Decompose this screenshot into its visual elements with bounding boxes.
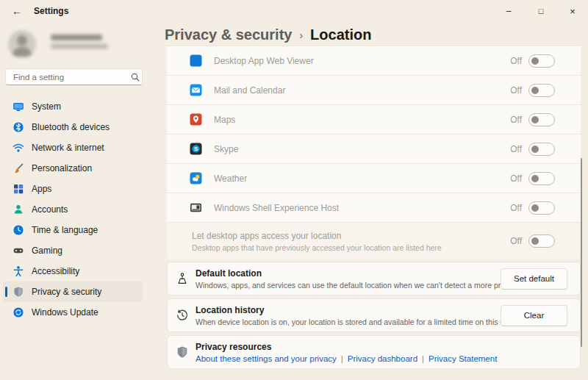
sidebar-nav: System Bluetooth & devices Network & int…: [3, 96, 143, 323]
sidebar-item-personalization[interactable]: Personalization: [3, 158, 143, 179]
set-default-button[interactable]: Set default: [501, 268, 567, 290]
clock-icon: [12, 224, 24, 236]
sidebar: System Bluetooth & devices Network & int…: [0, 22, 154, 380]
sidebar-item-privacy-security[interactable]: Privacy & security: [3, 282, 143, 302]
sidebar-item-label: System: [32, 101, 61, 112]
sidebar-item-accounts[interactable]: Accounts: [3, 199, 143, 220]
app-name: Mail and Calendar: [214, 85, 285, 96]
sidebar-item-gaming[interactable]: Gaming: [3, 240, 143, 261]
default-location-card: Default location Windows, apps, and serv…: [167, 262, 581, 295]
windows-shell-icon: [190, 201, 202, 214]
toggle-knob: [531, 87, 539, 94]
sidebar-item-windows-update[interactable]: Windows Update: [3, 302, 143, 323]
sidebar-item-label: Bluetooth & devices: [32, 122, 110, 132]
toggle-switch[interactable]: [528, 172, 555, 185]
avatar: [8, 30, 36, 58]
close-button[interactable]: ×: [557, 0, 588, 22]
window-controls: – □ ×: [492, 0, 588, 22]
location-history-card: Location history When device location is…: [167, 298, 581, 332]
sidebar-item-label: Windows Update: [32, 307, 98, 318]
sidebar-item-bluetooth-devices[interactable]: Bluetooth & devices: [3, 117, 143, 137]
toggle-switch[interactable]: [528, 201, 555, 215]
toggle-state-label: Off: [510, 56, 522, 66]
link-privacy-statement[interactable]: Privacy Statement: [429, 354, 497, 363]
apps-icon: [12, 183, 24, 195]
toggle-knob: [531, 237, 539, 245]
system-icon: [12, 101, 24, 112]
toggle-switch[interactable]: [528, 54, 555, 68]
app-row-weather: Weather Off: [167, 164, 581, 193]
toggle-state-label: Off: [510, 115, 522, 125]
app-name: Skype: [214, 144, 238, 154]
sidebar-item-apps[interactable]: Apps: [3, 179, 143, 199]
back-button[interactable]: ←: [6, 3, 28, 19]
shield-icon: [12, 286, 24, 298]
breadcrumb: Privacy & security › Location: [165, 26, 371, 43]
update-icon: [12, 306, 24, 318]
breadcrumb-parent[interactable]: Privacy & security: [165, 26, 292, 43]
app-row-maps: Maps Off: [167, 105, 581, 135]
minimize-button[interactable]: –: [492, 0, 525, 22]
game-controller-icon: [12, 245, 24, 257]
card-title: Default location: [196, 268, 548, 279]
toggle-knob: [531, 146, 539, 153]
location-history-icon: [176, 309, 189, 322]
app-row-skype: S Skype Off: [167, 135, 581, 164]
sidebar-item-label: Accounts: [32, 204, 68, 215]
titlebar: ← Settings – □ ×: [0, 0, 588, 22]
setting-description: Desktop apps that have previously access…: [192, 243, 442, 252]
brush-icon: [12, 162, 24, 174]
app-name: Maps: [214, 115, 235, 125]
toggle-switch[interactable]: [528, 234, 555, 248]
sidebar-item-label: Apps: [32, 184, 51, 194]
sidebar-item-system[interactable]: System: [3, 96, 143, 117]
back-arrow-icon: ←: [12, 5, 22, 17]
app-row-desktop-app-web-viewer: Desktop App Web Viewer Off: [167, 46, 581, 76]
toggle-state-label: Off: [510, 85, 522, 96]
maximize-button[interactable]: □: [525, 0, 557, 22]
bluetooth-icon: [12, 121, 24, 133]
sidebar-item-label: Privacy & security: [32, 287, 101, 297]
search-box[interactable]: [5, 68, 143, 85]
svg-text:S: S: [194, 146, 198, 152]
person-icon: [12, 204, 24, 215]
sidebar-item-label: Personalization: [32, 163, 92, 173]
card-description: When device location is on, your locatio…: [196, 318, 523, 326]
link-about-settings-privacy[interactable]: About these settings and your privacy: [196, 354, 337, 363]
desktop-apps-location-row: Let desktop apps access your location De…: [167, 223, 581, 259]
mail-calendar-icon: [190, 84, 202, 96]
search-icon: [131, 73, 140, 82]
sidebar-item-label: Gaming: [32, 245, 62, 256]
card-title: Privacy resources: [196, 342, 497, 352]
toggle-state-label: Off: [510, 144, 522, 154]
toggle-switch[interactable]: [528, 113, 555, 126]
vertical-scrollbar[interactable]: [581, 158, 582, 347]
privacy-resources-icon: [176, 345, 189, 359]
sidebar-item-time-language[interactable]: Time & language: [3, 220, 143, 240]
toggle-switch[interactable]: [528, 143, 555, 156]
desktop-app-web-viewer-icon: [190, 54, 202, 67]
app-row-windows-shell-experience-host: Windows Shell Experience Host Off: [167, 193, 581, 223]
wifi-icon: [12, 142, 24, 154]
card-description: Windows, apps, and services can use the …: [196, 281, 548, 290]
sidebar-item-label: Accessibility: [32, 266, 79, 276]
sidebar-item-accessibility[interactable]: Accessibility: [3, 261, 143, 282]
skype-icon: S: [190, 143, 202, 155]
toggle-state-label: Off: [510, 203, 522, 213]
privacy-links: About these settings and your privacy|Pr…: [196, 354, 497, 363]
chevron-right-icon: ›: [299, 29, 303, 41]
main-content: Privacy & security › Location Desktop Ap…: [167, 22, 581, 380]
search-input[interactable]: [6, 73, 131, 82]
user-name-blurred: [51, 35, 102, 40]
clear-button[interactable]: Clear: [501, 305, 567, 326]
toggle-knob: [531, 57, 539, 65]
sidebar-item-network-internet[interactable]: Network & internet: [3, 137, 143, 158]
sidebar-item-label: Network & internet: [32, 143, 104, 153]
sidebar-item-label: Time & language: [32, 225, 98, 235]
selected-indicator: [5, 287, 7, 297]
toggle-switch[interactable]: [528, 84, 555, 97]
card-title: Location history: [196, 305, 523, 315]
accessibility-person-icon: [12, 265, 24, 277]
account-section[interactable]: [8, 30, 36, 60]
link-privacy-dashboard[interactable]: Privacy dashboard: [348, 354, 417, 363]
